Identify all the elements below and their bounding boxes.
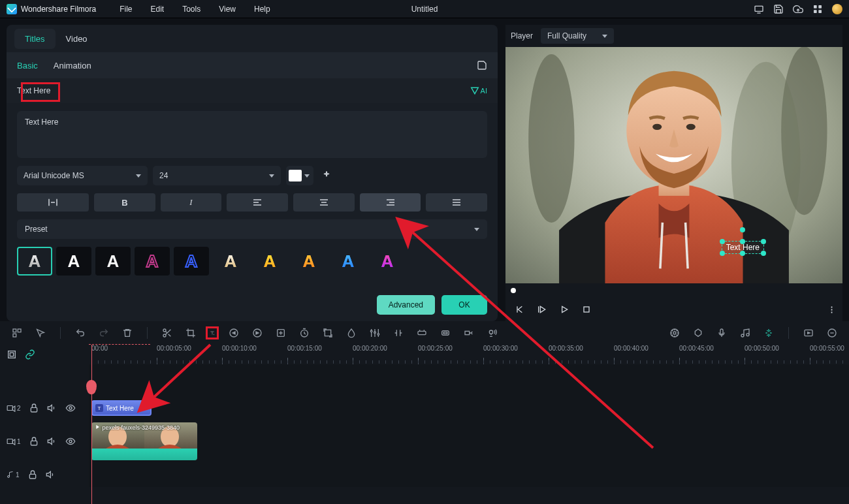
save-preset-icon[interactable] <box>477 60 487 71</box>
layout-icon[interactable] <box>10 326 24 339</box>
mute-icon[interactable] <box>47 436 57 447</box>
link-tool-icon[interactable] <box>439 326 452 339</box>
chevron-down-icon <box>304 174 310 178</box>
music-icon[interactable] <box>739 326 752 339</box>
tab-titles[interactable]: Titles <box>14 29 56 49</box>
svg-point-21 <box>214 334 214 335</box>
redo-icon[interactable] <box>97 326 110 339</box>
char-spacing-button[interactable] <box>17 193 89 212</box>
svg-point-28 <box>374 332 376 334</box>
menu-file[interactable]: File <box>120 5 132 14</box>
player-label: Player <box>511 31 533 40</box>
record-icon[interactable] <box>715 326 728 339</box>
speed-icon[interactable] <box>251 326 264 339</box>
quality-select[interactable]: Full Quality <box>541 28 614 44</box>
lock-icon[interactable] <box>29 403 39 413</box>
svg-point-49 <box>69 440 72 443</box>
visibility-icon[interactable] <box>65 436 76 447</box>
ai-icon[interactable]: AI <box>470 86 487 95</box>
color-icon[interactable] <box>345 326 358 339</box>
mute-icon[interactable] <box>46 469 56 480</box>
cloud-icon[interactable] <box>793 4 803 14</box>
text-section-label: Text Here <box>17 86 50 95</box>
title-text-input[interactable]: Text Here <box>17 111 487 158</box>
speed-reverse-icon[interactable] <box>227 326 240 339</box>
svg-rect-26 <box>325 330 330 336</box>
text-overlay[interactable]: Text Here <box>722 241 764 254</box>
preset-style-6[interactable]: A <box>252 247 287 276</box>
render-icon[interactable] <box>802 326 815 339</box>
align-justify-button[interactable] <box>426 193 487 212</box>
keyframe-tool-icon[interactable] <box>392 326 405 339</box>
link-track-icon[interactable] <box>25 349 35 360</box>
video-clip[interactable]: pexels-fauxels-3249935-3840 <box>91 422 197 460</box>
user-avatar[interactable] <box>832 4 842 14</box>
lock-icon[interactable] <box>29 436 39 447</box>
preset-style-2[interactable]: A <box>95 247 131 276</box>
undo-icon[interactable] <box>74 326 87 339</box>
audio-adjust-icon[interactable] <box>368 326 381 339</box>
preset-style-7[interactable]: A <box>291 247 327 276</box>
lock-icon[interactable] <box>27 469 38 480</box>
font-color-picker[interactable] <box>286 166 313 185</box>
preset-style-1[interactable]: A <box>56 247 91 276</box>
font-family-select[interactable]: Arial Unicode MS <box>17 166 148 185</box>
play-icon[interactable] <box>559 304 569 315</box>
title-clip[interactable]: T Text Here <box>91 400 152 416</box>
subtab-basic[interactable]: Basic <box>17 61 38 71</box>
player-scrubber[interactable] <box>505 283 842 298</box>
player-settings-icon[interactable]: ⁝ <box>830 304 833 316</box>
crop-icon[interactable] <box>184 326 197 339</box>
svg-rect-48 <box>31 441 37 445</box>
duration-icon[interactable] <box>298 326 311 339</box>
advanced-button[interactable]: Advanced <box>377 295 435 315</box>
freeze-frame-icon[interactable] <box>274 326 287 339</box>
align-right-button[interactable] <box>360 193 421 212</box>
preset-style-9[interactable]: A <box>370 247 405 276</box>
align-left-button[interactable] <box>227 193 288 212</box>
prev-frame-icon[interactable] <box>515 304 525 315</box>
apps-icon[interactable] <box>812 4 823 14</box>
mute-icon[interactable] <box>47 403 57 413</box>
mask-icon[interactable] <box>415 326 428 339</box>
preset-style-3[interactable]: A <box>135 247 170 276</box>
zoom-out-icon[interactable] <box>825 326 839 339</box>
eyedropper-icon[interactable] <box>319 168 334 183</box>
preset-dropdown[interactable]: Preset <box>17 219 487 239</box>
text-tool-icon[interactable] <box>206 326 219 339</box>
cursor-icon[interactable] <box>34 326 47 339</box>
track-motion-icon[interactable] <box>462 326 475 339</box>
subtab-animation[interactable]: Animation <box>54 61 91 71</box>
font-size-select[interactable]: 24 <box>153 166 281 185</box>
mixer-icon[interactable] <box>668 326 681 339</box>
menu-help[interactable]: Help <box>254 5 270 14</box>
ok-button[interactable]: OK <box>441 295 487 315</box>
video-preview[interactable]: Text Here <box>505 47 842 283</box>
menu-view[interactable]: View <box>219 5 236 14</box>
split-icon[interactable] <box>161 326 174 339</box>
crop-zoom-icon[interactable] <box>321 326 334 339</box>
save-icon[interactable] <box>773 4 784 14</box>
marker-icon[interactable] <box>692 326 705 339</box>
stop-icon[interactable] <box>581 304 592 315</box>
tab-video[interactable]: Video <box>56 29 98 49</box>
preset-style-5[interactable]: A <box>213 247 248 276</box>
align-center-button[interactable] <box>293 193 355 212</box>
svg-rect-45 <box>31 407 37 412</box>
menu-edit[interactable]: Edit <box>151 5 165 14</box>
screen-icon[interactable] <box>754 4 764 14</box>
track-collapse-icon[interactable] <box>7 349 17 360</box>
italic-button[interactable]: I <box>161 193 222 212</box>
svg-point-27 <box>370 330 372 332</box>
preset-style-8[interactable]: A <box>330 247 366 276</box>
bold-button[interactable]: B <box>94 193 155 212</box>
preset-style-4[interactable]: A <box>174 247 209 276</box>
visibility-icon[interactable] <box>65 403 76 413</box>
snap-icon[interactable] <box>762 326 775 339</box>
delete-icon[interactable] <box>121 326 134 339</box>
voiceover-icon[interactable] <box>486 326 499 339</box>
play-pause-icon[interactable] <box>537 304 547 315</box>
svg-rect-1 <box>814 5 817 8</box>
preset-style-0[interactable]: A <box>17 247 52 276</box>
menu-tools[interactable]: Tools <box>182 5 200 14</box>
